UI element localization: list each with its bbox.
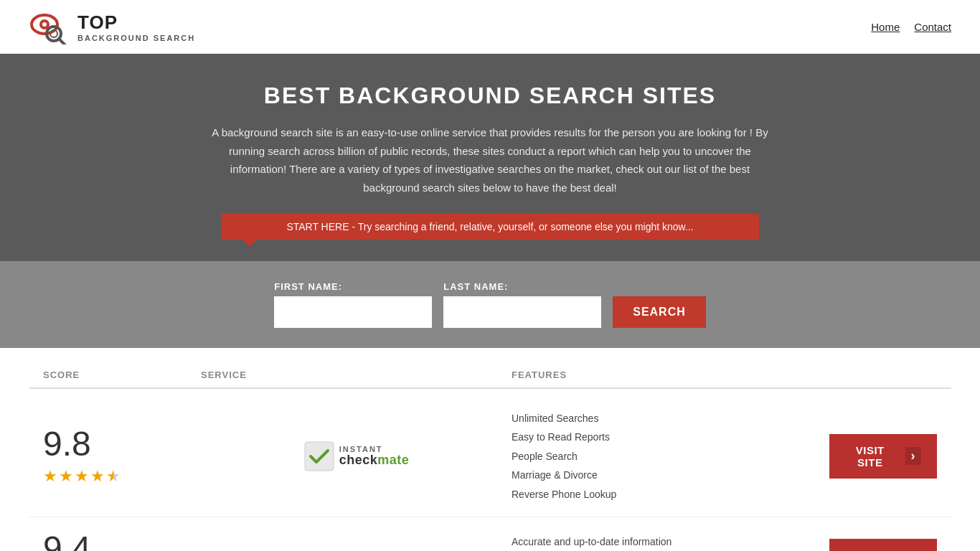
last-name-input[interactable]: [443, 296, 601, 328]
feature-item: Unlimited Searches: [512, 410, 822, 426]
last-name-label: LAST NAME:: [443, 281, 601, 292]
svg-point-2: [42, 22, 47, 27]
star-1: ★: [43, 467, 57, 486]
score-value: 9.4: [43, 532, 91, 551]
feature-item: Marriage & Divorce: [512, 467, 822, 483]
last-name-group: LAST NAME:: [443, 281, 601, 328]
visit-column: VISIT SITE ›: [822, 539, 937, 551]
checkmate-name-text: checkmate: [339, 453, 410, 468]
logo-top-text: TOP: [77, 11, 195, 34]
visit-site-button[interactable]: VISIT SITE ›: [829, 434, 937, 479]
features-column: Accurate and up-to-date information Unli…: [512, 534, 822, 551]
results-section: SCORE SERVICE FEATURES 9.8 ★ ★ ★ ★ ★: [0, 348, 980, 551]
visit-site-label: VISIT SITE: [845, 444, 895, 468]
table-row: 9.8 ★ ★ ★ ★ ★ INSTANT checkmate: [29, 396, 951, 517]
table-row: 9.4 ★ ★ ★ ★ ★ PeopleLooker Accurate and …: [29, 517, 951, 551]
score-value: 9.8: [43, 427, 91, 461]
score-column: 9.4 ★ ★ ★ ★ ★: [43, 532, 201, 551]
logo-area: TOP BACKGROUND SEARCH: [29, 9, 195, 44]
visit-column: VISIT SITE ›: [822, 434, 937, 479]
checkmate-text-logo: INSTANT checkmate: [339, 445, 410, 468]
search-banner-text: START HERE - Try searching a friend, rel…: [286, 221, 693, 232]
main-nav: Home Contact: [871, 21, 951, 33]
feature-item: Accurate and up-to-date information: [512, 534, 822, 550]
results-header: SCORE SERVICE FEATURES: [29, 362, 951, 389]
site-header: TOP BACKGROUND SEARCH Home Contact: [0, 0, 980, 54]
features-column: Unlimited Searches Easy to Read Reports …: [512, 410, 822, 502]
search-banner: START HERE - Try searching a friend, rel…: [221, 214, 759, 240]
score-column: 9.8 ★ ★ ★ ★ ★: [43, 427, 201, 486]
first-name-input[interactable]: [274, 296, 432, 328]
feature-item: Easy to Read Reports: [512, 429, 822, 445]
star-2: ★: [59, 467, 73, 486]
star-5-half: ★: [106, 467, 121, 486]
checkmate-icon: [303, 441, 335, 472]
service-column: INSTANT checkmate: [201, 441, 512, 472]
instantcheckmate-logo: INSTANT checkmate: [303, 441, 410, 472]
visit-site-button[interactable]: VISIT SITE ›: [829, 539, 937, 551]
nav-contact[interactable]: Contact: [914, 21, 951, 33]
svg-line-5: [59, 39, 66, 44]
header-service: SERVICE: [201, 369, 512, 380]
header-score: SCORE: [43, 369, 201, 380]
search-form-area: FIRST NAME: LAST NAME: SEARCH: [0, 261, 980, 348]
header-action: [822, 369, 937, 380]
star-4: ★: [90, 467, 105, 486]
search-form: FIRST NAME: LAST NAME: SEARCH: [167, 281, 813, 328]
checkmate-green-text: mate: [377, 453, 409, 467]
first-name-label: FIRST NAME:: [274, 281, 432, 292]
hero-description: A background search site is an easy-to-u…: [210, 123, 770, 197]
hero-title: BEST BACKGROUND SEARCH SITES: [14, 83, 966, 109]
feature-item: Reverse Phone Lookup: [512, 486, 822, 502]
logo-text: TOP BACKGROUND SEARCH: [77, 11, 195, 42]
search-button[interactable]: SEARCH: [613, 296, 706, 328]
star-rating: ★ ★ ★ ★ ★: [43, 467, 121, 486]
header-features: FEATURES: [512, 369, 822, 380]
visit-arrow-icon: ›: [905, 447, 922, 465]
feature-item: People Search: [512, 448, 822, 464]
hero-section: BEST BACKGROUND SEARCH SITES A backgroun…: [0, 54, 980, 261]
first-name-group: FIRST NAME:: [274, 281, 432, 328]
logo-icon: [29, 9, 72, 44]
nav-home[interactable]: Home: [871, 21, 900, 33]
star-3: ★: [75, 467, 89, 486]
logo-sub-text: BACKGROUND SEARCH: [77, 34, 195, 42]
